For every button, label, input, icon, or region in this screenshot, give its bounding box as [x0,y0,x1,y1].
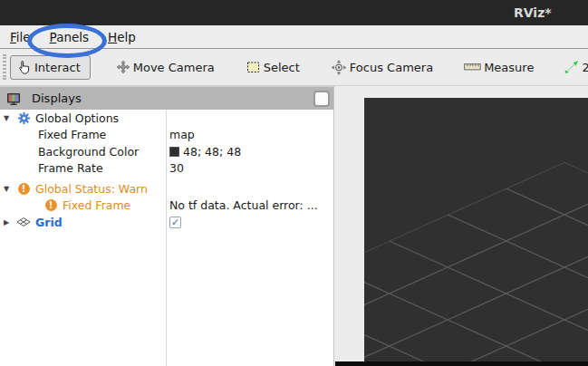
gear-icon [16,111,31,125]
displays-panel-title: Displays [32,92,82,105]
selection-box-icon [246,60,261,74]
tool-label: Focus Camera [350,61,433,74]
displays-panel-header: Displays [0,86,333,110]
row-label-frame-rate: Frame Rate [38,161,103,175]
tree-row-background-color[interactable]: Background Color48; 48; 48 [0,143,333,160]
row-label-global-options: Global Options [35,111,119,125]
row-value-grid[interactable]: ✓ [169,214,181,231]
grid-icon [16,217,31,227]
toolbar-drag-handle[interactable] [3,54,6,80]
warning-icon: ! [16,183,31,195]
viewport-bottom-strip [335,361,588,366]
tool-label: Interact [34,61,81,74]
render-area [335,86,588,366]
toolbar: InteractMove CameraSelectFocus CameraMea… [0,49,588,86]
tree-row-frame-rate[interactable]: Frame Rate30 [0,160,333,178]
row-value-status-fixed-frame[interactable]: No tf data. Actual error: ... [169,197,318,215]
value-text: 48; 48; 48 [183,145,241,159]
hand-cursor-icon [16,60,32,75]
tool-move-camera[interactable]: Move Camera [111,56,220,78]
tree-row-status-fixed-frame[interactable]: !Fixed FrameNo tf data. Actual error: ..… [0,197,333,215]
row-value-frame-rate[interactable]: 30 [169,160,184,178]
tool-interact[interactable]: Interact [10,55,91,80]
warning-icon: ! [43,199,58,211]
value-text: map [169,128,195,141]
tool-focus-camera[interactable]: Focus Camera [325,56,439,79]
panel-float-button[interactable] [313,91,330,107]
displays-tree: ▼Global OptionsFixed FramemapBackground … [0,110,333,366]
tree-row-grid[interactable]: ▶Grid✓ [0,214,333,231]
row-label-status-fixed-frame: Fixed Frame [63,198,130,212]
tool-label: Select [264,61,300,74]
tree-row-global-status[interactable]: ▼!Global Status: Warn [0,180,333,197]
value-text: 30 [169,161,184,175]
tool-label: Move Camera [133,61,215,74]
row-label-fixed-frame: Fixed Frame [38,128,106,141]
row-label-global-status: Global Status: Warn [35,182,148,196]
tool-measure[interactable]: Measure [458,57,539,78]
row-label-grid: Grid [35,216,63,229]
row-value-background-color[interactable]: 48; 48; 48 [169,143,241,160]
tool-label: Measure [484,61,534,74]
value-text: No tf data. Actual error: ... [169,198,318,212]
window-title: RViz* [514,0,552,25]
3d-viewport[interactable] [364,98,588,366]
viewport-grid [364,98,588,366]
menu-item-help[interactable]: Help [105,28,139,46]
pose-arrow-icon [564,60,579,74]
tool-2d-pose-estimate[interactable]: 2D Pose Esti [559,56,588,78]
chevron-down-icon[interactable]: ▼ [4,114,16,122]
chevron-right-icon[interactable]: ▶ [4,218,16,226]
window-titlebar: RViz* [0,0,588,25]
enabled-checkbox[interactable]: ✓ [169,217,181,228]
monitor-icon [6,91,21,107]
row-value-fixed-frame[interactable]: map [169,127,195,144]
color-swatch [169,147,179,157]
menu-item-file[interactable]: File [7,28,34,46]
move-arrows-icon [116,60,130,74]
tool-select[interactable]: Select [240,56,305,78]
crosshair-icon [331,60,347,75]
tool-label: 2D Pose Esti [582,61,588,74]
tree-row-fixed-frame[interactable]: Fixed Framemap [0,127,333,144]
menu-bar: FilePanelsHelp [0,25,588,49]
ruler-icon [464,62,481,72]
chevron-down-icon[interactable]: ▼ [4,185,16,193]
menu-item-panels[interactable]: Panels [47,28,92,46]
row-label-background-color: Background Color [38,145,139,159]
displays-panel: Displays ▼Global OptionsFixed FramemapBa… [0,86,334,366]
tree-row-global-options[interactable]: ▼Global Options [0,110,333,127]
